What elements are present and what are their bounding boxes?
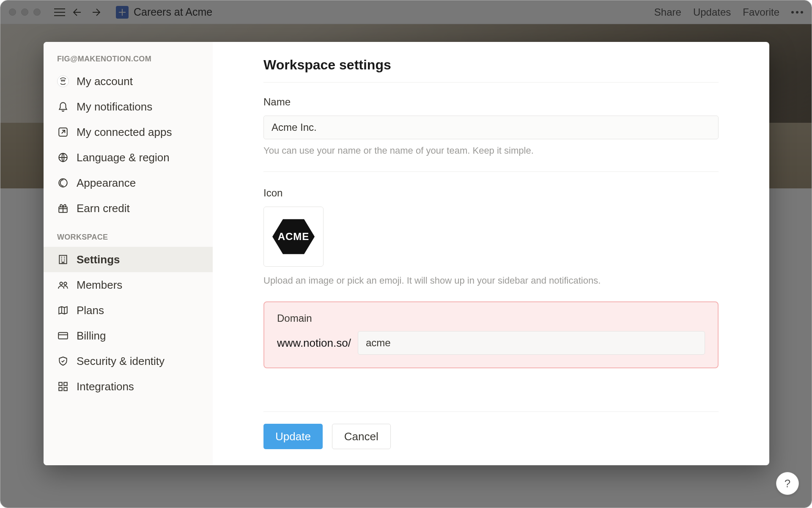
settings-sidebar: FIG@MAKENOTION.COM My account My notific… bbox=[44, 42, 213, 465]
sidebar-item-earn-credit[interactable]: Earn credit bbox=[44, 196, 213, 221]
workspace-icon-text: ACME bbox=[278, 231, 310, 243]
domain-row: www.notion.so/ bbox=[277, 331, 705, 355]
sidebar-item-label: Language & region bbox=[77, 151, 170, 164]
sidebar-item-connected-apps[interactable]: My connected apps bbox=[44, 119, 213, 145]
members-icon bbox=[57, 279, 69, 291]
divider bbox=[263, 171, 719, 172]
sidebar-item-label: Integrations bbox=[77, 380, 134, 393]
bell-icon bbox=[57, 101, 69, 113]
sidebar-item-label: My account bbox=[77, 75, 133, 88]
workspace-name-input[interactable] bbox=[263, 116, 719, 139]
sidebar-item-label: My connected apps bbox=[77, 126, 172, 139]
name-label: Name bbox=[263, 96, 719, 108]
svg-rect-12 bbox=[59, 387, 62, 391]
help-button[interactable]: ? bbox=[776, 472, 799, 495]
app-window: Careers at Acme Share Updates Favorite O… bbox=[0, 0, 812, 508]
sidebar-item-members[interactable]: Members bbox=[44, 272, 213, 298]
building-icon bbox=[57, 254, 69, 265]
sidebar-item-label: Settings bbox=[77, 253, 120, 266]
sidebar-user-header: FIG@MAKENOTION.COM bbox=[44, 55, 213, 69]
workspace-icon: ACME bbox=[272, 218, 315, 255]
sidebar-item-plans[interactable]: Plans bbox=[44, 298, 213, 323]
svg-point-8 bbox=[64, 282, 67, 285]
svg-rect-11 bbox=[64, 382, 67, 386]
sidebar-item-billing[interactable]: Billing bbox=[44, 323, 213, 348]
panel-footer: Update Cancel bbox=[263, 411, 719, 465]
sidebar-item-security[interactable]: Security & identity bbox=[44, 348, 213, 374]
domain-highlight: Domain www.notion.so/ bbox=[263, 301, 719, 368]
cancel-button[interactable]: Cancel bbox=[332, 424, 391, 449]
sidebar-item-label: Appearance bbox=[77, 177, 136, 190]
svg-point-0 bbox=[61, 80, 63, 81]
sidebar-item-notifications[interactable]: My notifications bbox=[44, 94, 213, 119]
sidebar-item-label: Members bbox=[77, 279, 122, 292]
update-button[interactable]: Update bbox=[263, 424, 323, 449]
domain-prefix: www.notion.so/ bbox=[277, 337, 351, 350]
icon-uploader[interactable]: ACME bbox=[263, 207, 324, 267]
name-help: You can use your name or the name of you… bbox=[263, 145, 719, 156]
moon-icon bbox=[57, 177, 69, 189]
panel-title: Workspace settings bbox=[263, 57, 719, 73]
icon-help: Upload an image or pick an emoji. It wil… bbox=[263, 275, 719, 286]
shield-icon bbox=[57, 355, 69, 367]
domain-input[interactable] bbox=[358, 331, 705, 355]
sidebar-item-label: Plans bbox=[77, 304, 104, 317]
svg-rect-9 bbox=[58, 332, 68, 339]
svg-rect-13 bbox=[64, 387, 67, 391]
settings-modal: FIG@MAKENOTION.COM My account My notific… bbox=[44, 42, 769, 465]
sidebar-item-language-region[interactable]: Language & region bbox=[44, 145, 213, 170]
svg-point-1 bbox=[63, 80, 65, 81]
settings-panel: Workspace settings Name You can use your… bbox=[213, 42, 769, 465]
credit-card-icon bbox=[57, 330, 69, 342]
external-link-icon bbox=[57, 126, 69, 138]
icon-label: Icon bbox=[263, 187, 719, 199]
sidebar-item-integrations[interactable]: Integrations bbox=[44, 374, 213, 399]
grid-icon bbox=[57, 381, 69, 392]
avatar-icon bbox=[57, 75, 69, 87]
sidebar-workspace-header: WORKSPACE bbox=[44, 233, 213, 247]
map-icon bbox=[57, 304, 69, 316]
sidebar-item-label: My notifications bbox=[77, 100, 152, 113]
svg-rect-10 bbox=[59, 382, 62, 386]
sidebar-item-label: Security & identity bbox=[77, 355, 165, 368]
globe-icon bbox=[57, 152, 69, 163]
sidebar-item-label: Earn credit bbox=[77, 202, 130, 215]
divider bbox=[263, 82, 719, 83]
svg-point-7 bbox=[60, 282, 63, 285]
sidebar-item-appearance[interactable]: Appearance bbox=[44, 170, 213, 196]
sidebar-item-label: Billing bbox=[77, 329, 106, 342]
gift-icon bbox=[57, 202, 69, 214]
sidebar-item-settings[interactable]: Settings bbox=[44, 247, 213, 272]
sidebar-item-my-account[interactable]: My account bbox=[44, 69, 213, 94]
domain-label: Domain bbox=[277, 312, 705, 324]
